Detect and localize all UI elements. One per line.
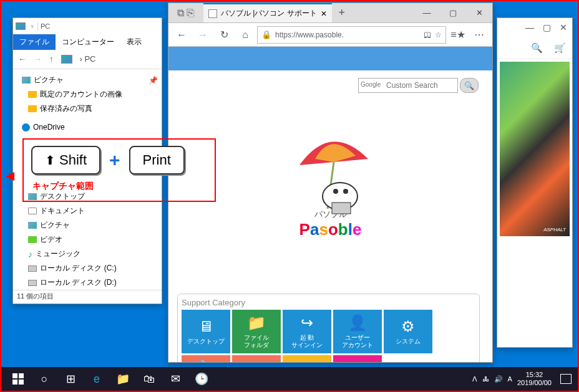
onedrive-icon	[22, 123, 30, 131]
minimize-button[interactable]: —	[414, 3, 440, 22]
tree-local-d[interactable]: ローカル ディスク (D:)	[13, 275, 162, 290]
tab-aside-icon[interactable]: ⧉ ⎘	[168, 3, 203, 22]
tile-user[interactable]: 👤ユーザー アカウント	[333, 310, 382, 353]
print-key: Print	[129, 146, 185, 174]
support-header: Support Category	[182, 298, 475, 307]
signin-icon: ↪	[301, 314, 313, 332]
tree-documents[interactable]: ドキュメント	[13, 204, 162, 218]
arrow-left-icon: ◄	[2, 167, 17, 184]
store-titlebar: — ▢ ✕	[497, 18, 572, 37]
maximize-button[interactable]: ▢	[543, 22, 551, 32]
action-center-icon[interactable]	[560, 374, 572, 384]
shift-key: ⬆Shift	[31, 146, 100, 174]
tile-desktop[interactable]: 🖥デスクトップ	[182, 310, 230, 353]
mail-taskbar-icon[interactable]: ✉	[162, 367, 188, 391]
nav-fwd-icon[interactable]: →	[34, 54, 42, 64]
tab-file[interactable]: ファイル	[13, 34, 56, 50]
site-logo: パソブル Pasoble	[281, 128, 381, 239]
tree-default-account[interactable]: 既定のアカウントの画像	[13, 87, 162, 102]
reading-view-icon[interactable]: 🕮	[424, 31, 431, 39]
tree-pictures2[interactable]: ピクチャ	[13, 218, 162, 232]
tile-boot[interactable]: ↪起 動 サインイン	[283, 310, 331, 353]
gear-icon: ⚙	[401, 318, 415, 336]
minimize-button[interactable]: —	[525, 22, 534, 32]
edge-tabstrip: ⧉ ⎘ パソブル |パソコン サポート ✕ + — ▢ ✕	[168, 3, 492, 23]
edge-taskbar-icon[interactable]: e	[84, 367, 110, 391]
tile-system[interactable]: ⚙システム	[384, 310, 432, 353]
ime-tray-icon[interactable]: A	[508, 375, 512, 383]
favicon	[208, 9, 217, 18]
cart-icon[interactable]: 🛒	[554, 42, 566, 54]
favorite-icon[interactable]: ☆	[435, 31, 442, 39]
svg-rect-4	[332, 203, 351, 214]
store-taskbar-icon[interactable]: 🛍	[136, 367, 162, 391]
store-hero-image[interactable]	[500, 62, 570, 236]
lock-icon: 🔒	[261, 30, 271, 39]
drive-icon	[28, 280, 37, 286]
folder-icon	[28, 91, 37, 98]
pictures-icon	[28, 222, 37, 229]
forward-button[interactable]: →	[193, 26, 212, 44]
tile-network[interactable]: 🖧ネットワーク	[232, 355, 281, 362]
clock-taskbar-icon[interactable]: 🕒	[188, 367, 215, 391]
explorer-taskbar-icon[interactable]: 📁	[110, 367, 136, 391]
start-button[interactable]	[5, 367, 31, 391]
pictures-icon	[22, 77, 31, 84]
store-window: — ▢ ✕ 🔍 🛒	[497, 17, 573, 348]
drive-icon	[28, 265, 37, 272]
breadcrumb[interactable]: › PC	[80, 54, 96, 64]
taskview-button[interactable]: ⊞	[57, 367, 84, 391]
explorer-title-text: PC	[41, 22, 50, 30]
close-button[interactable]: ✕	[466, 3, 492, 22]
tab-close-icon[interactable]: ✕	[321, 9, 327, 18]
tile-trouble[interactable]: ⚠問 題 トラブル	[283, 355, 331, 362]
document-icon	[28, 208, 37, 214]
tile-security[interactable]: 🔒セキュリティ	[333, 355, 382, 362]
user-icon: 👤	[348, 314, 367, 332]
svg-rect-6	[19, 373, 24, 378]
tab-computer[interactable]: コンピューター	[56, 34, 120, 50]
tree-videos[interactable]: ビデオ	[13, 232, 162, 247]
page-content: Google 🔍 パソブル Pasoble Support Category 🖥…	[168, 47, 492, 362]
tree-pictures[interactable]: ピクチャ📌	[13, 73, 162, 87]
nav-back-icon[interactable]: ←	[18, 54, 26, 64]
tree-music[interactable]: ♪ミュージック	[13, 247, 162, 261]
cortana-button[interactable]: ○	[31, 367, 57, 391]
svg-rect-7	[12, 380, 17, 385]
close-button[interactable]: ✕	[560, 22, 567, 32]
explorer-titlebar[interactable]: ▾ │ PC	[13, 18, 162, 34]
back-button[interactable]: ←	[172, 26, 191, 44]
warning-icon: ⚠	[300, 360, 314, 362]
home-button[interactable]: ⌂	[236, 26, 255, 44]
system-tray: ᐱ 🖧 🔊 A 15:32 2019/00/00	[472, 371, 574, 387]
refresh-button[interactable]: ↻	[215, 26, 233, 44]
favorites-bar-icon[interactable]: ≡★	[449, 26, 467, 44]
tile-settings[interactable]: 🔧設 定 カスタマイズ	[182, 355, 230, 362]
nav-up-icon[interactable]: ↑	[49, 54, 54, 64]
tray-overflow-icon[interactable]: ᐱ	[472, 375, 477, 383]
tree-saved-photos[interactable]: 保存済みの写真	[13, 102, 162, 116]
maximize-button[interactable]: ▢	[440, 3, 466, 22]
tree-onedrive[interactable]: OneDrive	[13, 121, 162, 133]
store-toolbar: 🔍 🛒	[497, 37, 572, 59]
browser-tab[interactable]: パソブル |パソコン サポート ✕	[203, 3, 332, 22]
tree-local-c[interactable]: ローカル ディスク (C:)	[13, 261, 162, 275]
mascot-image	[281, 128, 381, 221]
new-tab-button[interactable]: +	[332, 3, 352, 22]
folder-icon: 📁	[247, 314, 266, 332]
search-icon[interactable]: 🔍	[531, 42, 543, 54]
volume-tray-icon[interactable]: 🔊	[494, 375, 503, 383]
taskbar-clock[interactable]: 15:32 2019/00/00	[517, 371, 552, 387]
tab-view[interactable]: 表示	[120, 34, 148, 50]
taskbar: ○ ⊞ e 📁 🛍 ✉ 🕒 ᐱ 🖧 🔊 A 15:32 2019/00/00	[1, 367, 578, 391]
explorer-ribbon-tabs: ファイル コンピューター 表示	[13, 34, 162, 49]
address-bar[interactable]: 🔒 https://www.pasoble. 🕮 ☆	[257, 26, 446, 44]
menu-icon[interactable]: ⋯	[470, 26, 489, 44]
logo-en-text: Pasoble	[281, 220, 381, 239]
google-label: Google	[361, 81, 381, 88]
search-button[interactable]: 🔍	[460, 78, 479, 93]
explorer-statusbar: 11 個の項目	[13, 290, 162, 304]
tile-folder[interactable]: 📁ファイル フォルダ	[232, 310, 281, 353]
shift-arrow-icon: ⬆	[45, 153, 56, 168]
network-tray-icon[interactable]: 🖧	[482, 375, 489, 383]
